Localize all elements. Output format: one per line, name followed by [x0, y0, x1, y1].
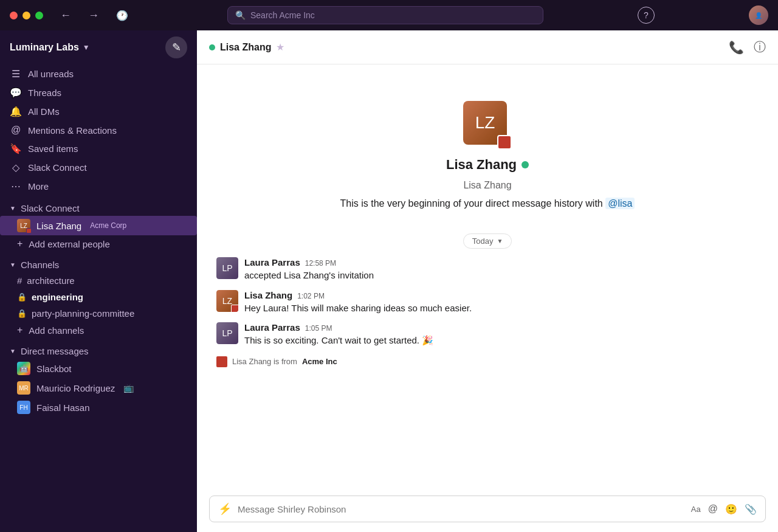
date-divider: Today ▼ — [197, 229, 778, 254]
mauricio-avatar: MR — [17, 381, 30, 395]
dm-avatar-large: LZ — [463, 101, 512, 150]
company-notice: Lisa Zhang is from Acme Inc — [197, 351, 778, 377]
chat-area: Lisa Zhang ★ 📞 ⓘ LZ Lisa Zhang Lisa Zhan… — [197, 30, 778, 532]
messages-area: LZ Lisa Zhang Lisa Zhang This is the ver… — [197, 64, 778, 491]
message-time: 1:05 PM — [305, 324, 332, 333]
sidebar-item-lisa-zhang[interactable]: LZ Lisa Zhang Acme Corp — [0, 216, 197, 235]
lock-icon-2: 🔒 — [17, 309, 27, 318]
dm-intro: LZ Lisa Zhang Lisa Zhang This is the ver… — [197, 64, 778, 229]
workspace-name[interactable]: Luminary Labs ▼ — [10, 42, 90, 53]
today-date-pill[interactable]: Today ▼ — [463, 233, 512, 249]
sidebar-item-all-dms[interactable]: 🔔 All DMs — [0, 102, 197, 121]
lock-icon: 🔒 — [17, 292, 27, 302]
add-channels-button[interactable]: + Add channels — [0, 322, 197, 339]
maximize-button[interactable] — [35, 12, 43, 19]
laura-avatar-msg3: LP — [216, 322, 238, 344]
online-status-dot — [209, 44, 215, 50]
add-external-icon: + — [17, 238, 22, 249]
minimize-button[interactable] — [22, 12, 30, 19]
history-button[interactable]: 🕐 — [111, 7, 133, 24]
more-icon: ⋯ — [10, 181, 22, 192]
sender-name: Laura Parras — [244, 257, 300, 268]
dm-username: Lisa Zhang — [463, 180, 511, 191]
message-content: Laura Parras 12:58 PM accepted Lisa Zhan… — [244, 257, 759, 283]
lightning-icon[interactable]: ⚡ — [218, 502, 232, 516]
company-badge-icon — [26, 228, 32, 233]
compose-button[interactable]: ✎ — [165, 36, 187, 58]
help-button[interactable]: ? — [638, 7, 655, 24]
slack-connect-section-header[interactable]: ▼ Slack Connect — [0, 196, 197, 216]
sender-name: Lisa Zhang — [244, 290, 292, 300]
message-content: Laura Parras 1:05 PM This is so exciting… — [244, 322, 759, 348]
message-input[interactable] — [238, 504, 685, 514]
dm-history-text: This is the very beginning of your direc… — [340, 198, 635, 209]
emoji-button[interactable]: 🙂 — [725, 503, 737, 515]
sidebar-item-more[interactable]: ⋯ More — [0, 177, 197, 196]
company-logo-icon — [216, 356, 227, 367]
titlebar: ← → 🕐 🔍 Search Acme Inc ? 👤 — [0, 0, 778, 30]
lisa-avatar-msg2: LZ — [216, 290, 238, 312]
company-badge-icon-msg — [231, 305, 238, 312]
table-row: LP Laura Parras 12:58 PM accepted Lisa Z… — [197, 254, 778, 286]
table-row: LZ Lisa Zhang 1:02 PM Hey Laura! This wi… — [197, 286, 778, 319]
chat-contact-name: Lisa Zhang — [220, 42, 271, 53]
screen-share-icon: 📺 — [123, 383, 134, 393]
laura-avatar-msg1: LP — [216, 257, 238, 279]
sidebar-item-all-unreads[interactable]: ☰ All unreads — [0, 64, 197, 83]
search-bar[interactable]: 🔍 Search Acme Inc — [227, 6, 543, 24]
main-layout: Luminary Labs ▼ ✎ ☰ All unreads 💬 Thread… — [0, 30, 778, 532]
channel-item-architecture[interactable]: # architecture — [0, 272, 197, 289]
traffic-lights — [10, 12, 43, 19]
company-logo-badge — [497, 135, 512, 150]
channels-section-header[interactable]: ▼ Channels — [0, 252, 197, 272]
chat-header: Lisa Zhang ★ 📞 ⓘ — [197, 30, 778, 64]
phone-button[interactable]: 📞 — [729, 40, 744, 55]
back-button[interactable]: ← — [55, 7, 76, 24]
channel-item-party-planning[interactable]: 🔒 party-planning-committee — [0, 305, 197, 322]
dm-item-mauricio[interactable]: MR Mauricio Rodriguez 📺 — [0, 378, 197, 398]
dm-name-row: Lisa Zhang — [446, 157, 529, 173]
dm-mention[interactable]: @lisa — [605, 198, 635, 209]
sidebar-item-threads[interactable]: 💬 Threads — [0, 83, 197, 102]
message-header: Laura Parras 12:58 PM — [244, 257, 759, 268]
channel-item-engineering[interactable]: 🔒 engineering — [0, 289, 197, 305]
info-button[interactable]: ⓘ — [754, 39, 766, 55]
all-dms-icon: 🔔 — [10, 106, 22, 117]
sidebar-item-saved[interactable]: 🔖 Saved items — [0, 139, 197, 158]
message-content: Lisa Zhang 1:02 PM Hey Laura! This will … — [244, 290, 759, 316]
message-input-area: ⚡ Aa @ 🙂 📎 — [197, 491, 778, 532]
user-avatar[interactable]: 👤 — [749, 5, 768, 25]
message-text: accepted Lisa Zhang's invitation — [244, 269, 759, 283]
threads-icon: 💬 — [10, 87, 22, 98]
company-name: Acme Inc — [302, 357, 337, 366]
search-icon: 🔍 — [235, 10, 246, 20]
message-header: Laura Parras 1:05 PM — [244, 322, 759, 333]
sender-name: Laura Parras — [244, 322, 300, 333]
lisa-zhang-avatar: LZ — [17, 219, 30, 232]
table-row: LP Laura Parras 1:05 PM This is so excit… — [197, 319, 778, 351]
dm-item-faisal[interactable]: FH Faisal Hasan — [0, 398, 197, 417]
faisal-avatar: FH — [17, 401, 30, 414]
slack-connect-nav-icon: ◇ — [10, 162, 22, 173]
attachment-button[interactable]: 📎 — [745, 503, 757, 515]
add-external-people-button[interactable]: + Add external people — [0, 235, 197, 252]
all-unreads-icon: ☰ — [10, 68, 22, 80]
dm-contact-name: Lisa Zhang — [446, 157, 517, 173]
hash-icon: # — [17, 275, 22, 286]
mention-button[interactable]: @ — [708, 503, 718, 514]
workspace-header: Luminary Labs ▼ ✎ — [0, 30, 197, 64]
sidebar-item-slack-connect-nav[interactable]: ◇ Slack Connect — [0, 158, 197, 177]
message-time: 12:58 PM — [305, 259, 336, 268]
slack-connect-chevron-icon: ▼ — [10, 205, 16, 212]
sidebar-item-mentions[interactable]: @ Mentions & Reactions — [0, 121, 197, 139]
forward-button[interactable]: → — [83, 7, 104, 24]
search-text: Search Acme Inc — [250, 10, 535, 20]
direct-messages-section-header[interactable]: ▼ Direct messages — [0, 339, 197, 359]
dm-online-dot — [522, 161, 529, 168]
format-text-button[interactable]: Aa — [691, 505, 701, 514]
star-button[interactable]: ★ — [276, 41, 284, 53]
dm-chevron-icon: ▼ — [10, 348, 16, 354]
close-button[interactable] — [10, 12, 18, 19]
channels-chevron-icon: ▼ — [10, 261, 16, 268]
dm-item-slackbot[interactable]: 🤖 Slackbot — [0, 359, 197, 378]
